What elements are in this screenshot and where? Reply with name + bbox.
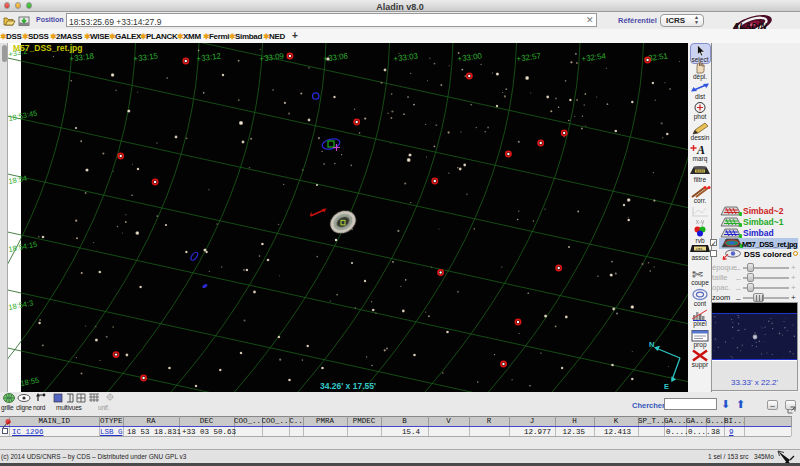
svg-text:N: N — [649, 340, 654, 349]
svg-text:34.26' x 17.55': 34.26' x 17.55' — [320, 381, 376, 391]
svg-text:M57_DSS_ret.jpg: M57_DSS_ret.jpg — [13, 43, 82, 53]
svg-text:E: E — [664, 382, 669, 391]
svg-text:0101: 0101 — [696, 169, 704, 173]
svg-text:101: 101 — [696, 247, 704, 251]
